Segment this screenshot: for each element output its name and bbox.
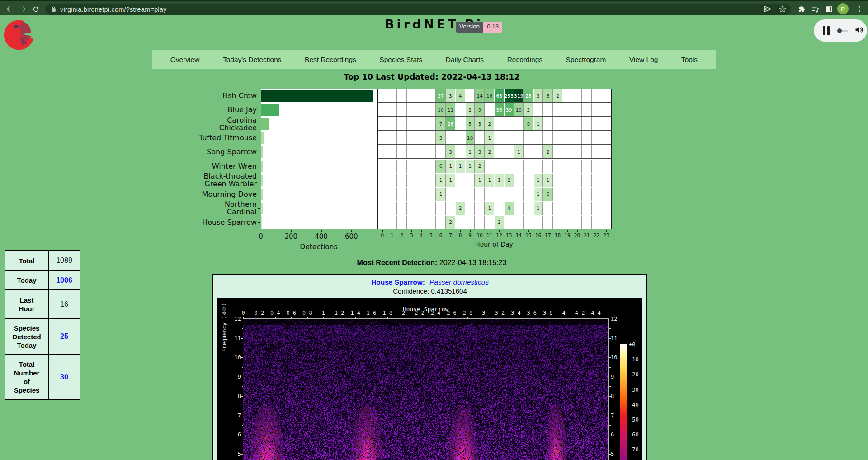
heatmap-cell [427,103,436,116]
forward-icon[interactable] [17,3,29,15]
media-controls-icon[interactable] [809,3,821,15]
pause-icon[interactable] [823,26,832,35]
profile-avatar[interactable]: P [837,3,849,14]
bookmark-star-icon[interactable] [777,3,788,15]
nav-item-view-log[interactable]: View Log [629,56,658,64]
hourly-heatmap: 2734141668253319283621011293639102726532… [377,89,612,229]
heatmap-cell [553,131,563,144]
heatmap-cell [553,216,563,229]
nav-item-best-recordings[interactable]: Best Recordings [305,56,356,64]
hour-tick-label: 12 [495,232,504,238]
time-tick [291,317,292,319]
heatmap-cell [407,216,417,229]
freq-tick-right [609,396,611,397]
heatmap-cell: 2 [466,103,475,116]
detection-species-name[interactable]: House Sparrow: [371,278,425,286]
freq-tick-label-left: 7 [231,413,241,419]
heatmap-cell [475,202,485,215]
time-tick [275,317,276,319]
most-recent-timestamp: 2022-04-13 18:15:23 [439,259,507,266]
heatmap-cell [553,117,563,130]
audio-player[interactable] [814,19,867,42]
heatmap-cell [417,216,426,229]
nav-item-tools[interactable]: Tools [681,56,698,64]
heatmap-cell [397,103,407,116]
detection-species-line: House Sparrow:Passer domesticus [213,278,646,286]
time-tick-label: 2·6 [444,310,459,316]
hour-tick [519,230,519,232]
nav-item-recordings[interactable]: Recordings [507,56,542,64]
heatmap-cell [378,216,387,229]
stats-value: 25 [48,318,80,355]
nav-item-spectrogram[interactable]: Spectrogram [566,56,606,64]
page-title: BirdNET-Pi [0,17,868,31]
stats-value-link[interactable]: 25 [60,332,68,340]
heatmap-cell: 3 [475,117,485,130]
menu-kebab-icon[interactable] [854,3,865,15]
heatmap-cell [582,131,592,144]
hour-tick-label: 6 [436,232,445,238]
heatmap-cell [475,216,485,229]
send-icon[interactable] [762,3,774,15]
colorbar-tick-label: -20 [629,371,639,378]
heatmap-cell [417,174,426,187]
browser-toolbar: virginia.birdnetpi.com/?stream=play P [0,0,868,15]
heatmap-cell [436,145,446,158]
heatmap-cell: 2 [524,103,533,116]
heatmap-cell [495,131,505,144]
heatmap-cell [563,202,572,215]
time-tick [387,317,388,319]
back-icon[interactable] [4,3,15,15]
time-tick-label: 0·8 [300,310,315,316]
heatmap-cell [592,216,602,229]
heatmap-cell [427,117,436,130]
volume-icon[interactable] [854,25,863,36]
detections-bar [261,203,263,214]
hour-tick [528,230,529,232]
freq-tick-left [241,435,243,435]
heatmap-cell [524,202,533,215]
species-label: Song Sparrow [184,148,257,156]
freq-tick-left [241,377,243,377]
heatmap-cell [602,89,611,102]
time-tick-label: 0·2 [251,310,267,316]
freq-tick-left-minor [242,406,243,406]
nav-item-daily-charts[interactable]: Daily Charts [446,56,484,64]
heatmap-cell [466,202,475,215]
freq-tick-label-left: 10 [231,354,241,360]
hour-tick [558,230,558,232]
heatmap-cell: 1 [436,188,446,201]
heatmap-cell [534,145,543,158]
heatmap-cell [573,202,582,215]
bar-x-tick-label: 200 [280,232,302,241]
heatmap-cell [592,188,602,201]
stats-value-link[interactable]: 30 [60,373,68,381]
side-panel-icon[interactable] [823,3,835,15]
heatmap-cell [427,89,436,102]
bar-x-tick [291,230,292,232]
heatmap-cell [524,160,533,173]
heatmap-cell [407,117,417,130]
heatmap-cell: 11 [446,103,456,116]
heatmap-cell [427,160,436,173]
most-recent-detection: Most Recent Detection: 2022-04-13 18:15:… [244,259,619,267]
heatmap-cell [388,160,397,173]
reload-icon[interactable] [30,3,42,15]
heatmap-cell [446,131,456,144]
heatmap-cell: 2 [446,216,456,229]
nav-item-species-stats[interactable]: Species Stats [379,56,422,64]
heatmap-cell [388,145,397,158]
nav-item-today-s-detections[interactable]: Today's Detections [223,56,282,64]
nav-item-overview[interactable]: Overview [170,56,200,64]
url-bar[interactable]: virginia.birdnetpi.com/?stream=play [45,4,791,15]
heatmap-cell: 2 [495,216,505,229]
stats-value-link[interactable]: 1006 [56,276,72,284]
heatmap-cell [573,188,582,201]
heatmap-row: 72653291 [378,117,611,131]
freq-tick-label-right: 12 [611,316,617,322]
seek-slider[interactable] [838,30,848,32]
extensions-puzzle-icon[interactable] [796,3,807,15]
heatmap-cell [592,174,602,187]
heatmap-cell [505,117,514,130]
time-tick-label: 1·2 [332,310,347,316]
